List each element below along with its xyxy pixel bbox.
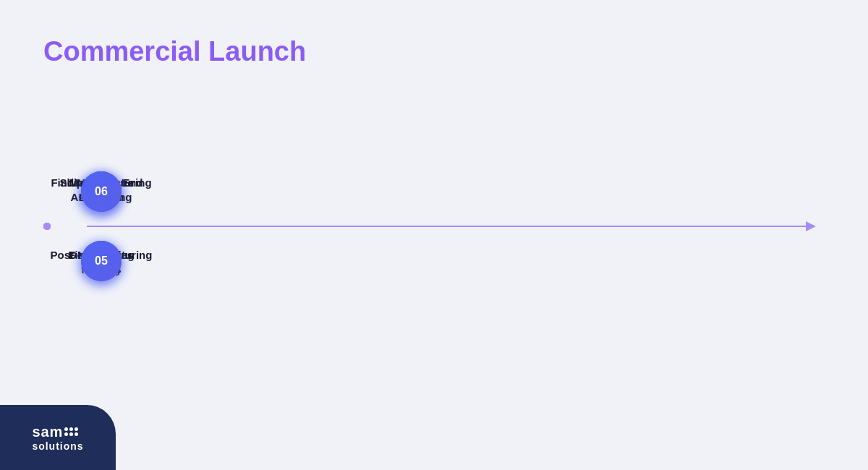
logo-sam: sam bbox=[32, 424, 63, 440]
timeline: 01 Find ManufacturingPartner 03 Manufact… bbox=[43, 111, 825, 342]
timeline-line bbox=[87, 226, 810, 227]
title-part1: Commercial bbox=[43, 36, 208, 67]
step-circle-05b: 05 bbox=[81, 241, 122, 281]
logo-icon bbox=[64, 427, 78, 436]
step-item-05b: 05 Final Testing bbox=[43, 226, 159, 262]
title-part2: Launch bbox=[208, 36, 306, 67]
page-title: Commercial Launch bbox=[43, 36, 825, 67]
page: Commercial Launch 01 Find ManufacturingP… bbox=[0, 0, 868, 470]
step-item-06: 06 Shipping to EndLocation bbox=[43, 176, 159, 227]
logo: sam solutions bbox=[0, 405, 116, 470]
step-circle-06: 06 bbox=[81, 171, 122, 212]
logo-solutions: solutions bbox=[32, 440, 83, 452]
